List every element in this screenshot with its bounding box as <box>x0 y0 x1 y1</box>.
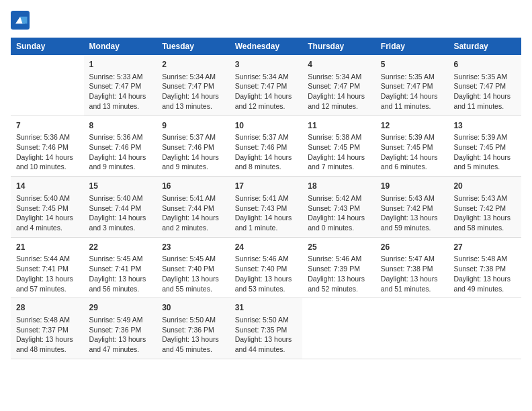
day-number: 7 <box>16 120 79 132</box>
day-number: 26 <box>381 242 443 253</box>
cell-content: Sunrise: 5:43 AM Sunset: 7:42 PM Dayligh… <box>381 193 443 233</box>
week-row-3: 14Sunrise: 5:40 AM Sunset: 7:45 PM Dayli… <box>11 177 521 238</box>
calendar-cell: 24Sunrise: 5:46 AM Sunset: 7:40 PM Dayli… <box>230 237 303 298</box>
header-sunday: Sunday <box>11 38 84 55</box>
day-number: 19 <box>381 181 443 192</box>
day-number: 28 <box>16 302 79 314</box>
cell-content: Sunrise: 5:35 AM Sunset: 7:47 PM Dayligh… <box>381 72 443 111</box>
calendar-cell: 2Sunrise: 5:34 AM Sunset: 7:47 PM Daylig… <box>157 55 230 116</box>
day-number: 5 <box>381 59 443 71</box>
page-header <box>11 11 521 30</box>
header-row: SundayMondayTuesdayWednesdayThursdayFrid… <box>11 38 521 55</box>
header-saturday: Saturday <box>448 38 521 55</box>
cell-content: Sunrise: 5:37 AM Sunset: 7:46 PM Dayligh… <box>162 132 224 172</box>
day-number: 15 <box>89 181 152 192</box>
day-number: 31 <box>235 302 298 314</box>
day-number: 20 <box>453 181 516 192</box>
calendar-cell <box>375 298 449 359</box>
header-tuesday: Tuesday <box>157 38 230 55</box>
calendar-cell: 30Sunrise: 5:50 AM Sunset: 7:36 PM Dayli… <box>157 298 230 359</box>
calendar-cell: 8Sunrise: 5:36 AM Sunset: 7:46 PM Daylig… <box>84 116 157 177</box>
week-row-4: 21Sunrise: 5:44 AM Sunset: 7:41 PM Dayli… <box>11 237 521 298</box>
day-number: 4 <box>308 59 370 71</box>
calendar-cell: 9Sunrise: 5:37 AM Sunset: 7:46 PM Daylig… <box>157 116 230 177</box>
calendar-cell: 19Sunrise: 5:43 AM Sunset: 7:42 PM Dayli… <box>375 177 449 238</box>
day-number: 22 <box>89 242 152 253</box>
calendar-cell: 21Sunrise: 5:44 AM Sunset: 7:41 PM Dayli… <box>11 237 84 298</box>
calendar-cell: 20Sunrise: 5:43 AM Sunset: 7:42 PM Dayli… <box>448 177 521 238</box>
week-row-2: 7Sunrise: 5:36 AM Sunset: 7:46 PM Daylig… <box>11 116 521 177</box>
cell-content: Sunrise: 5:45 AM Sunset: 7:40 PM Dayligh… <box>162 254 224 293</box>
day-number: 17 <box>235 181 298 192</box>
calendar-cell: 5Sunrise: 5:35 AM Sunset: 7:47 PM Daylig… <box>375 55 449 116</box>
cell-content: Sunrise: 5:44 AM Sunset: 7:41 PM Dayligh… <box>16 254 79 293</box>
calendar-cell <box>448 298 521 359</box>
day-number: 16 <box>162 181 224 192</box>
calendar-cell: 25Sunrise: 5:46 AM Sunset: 7:39 PM Dayli… <box>302 237 375 298</box>
week-row-5: 28Sunrise: 5:48 AM Sunset: 7:37 PM Dayli… <box>11 298 521 359</box>
day-number: 25 <box>308 242 370 253</box>
calendar-cell: 18Sunrise: 5:42 AM Sunset: 7:43 PM Dayli… <box>302 177 375 238</box>
day-number: 3 <box>235 59 298 71</box>
header-friday: Friday <box>375 38 449 55</box>
day-number: 23 <box>162 242 224 253</box>
cell-content: Sunrise: 5:50 AM Sunset: 7:36 PM Dayligh… <box>162 315 224 355</box>
day-number: 13 <box>453 120 516 132</box>
calendar-cell: 23Sunrise: 5:45 AM Sunset: 7:40 PM Dayli… <box>157 237 230 298</box>
cell-content: Sunrise: 5:38 AM Sunset: 7:45 PM Dayligh… <box>308 132 370 172</box>
calendar-cell: 11Sunrise: 5:38 AM Sunset: 7:45 PM Dayli… <box>302 116 375 177</box>
day-number: 27 <box>453 242 516 253</box>
cell-content: Sunrise: 5:41 AM Sunset: 7:44 PM Dayligh… <box>162 193 224 233</box>
day-number: 2 <box>162 59 224 71</box>
cell-content: Sunrise: 5:46 AM Sunset: 7:40 PM Dayligh… <box>235 254 298 293</box>
header-wednesday: Wednesday <box>230 38 303 55</box>
calendar-cell: 15Sunrise: 5:40 AM Sunset: 7:44 PM Dayli… <box>84 177 157 238</box>
logo <box>11 11 32 30</box>
cell-content: Sunrise: 5:34 AM Sunset: 7:47 PM Dayligh… <box>235 72 298 111</box>
cell-content: Sunrise: 5:48 AM Sunset: 7:38 PM Dayligh… <box>453 254 516 293</box>
logo-icon <box>11 11 30 30</box>
calendar-cell: 4Sunrise: 5:34 AM Sunset: 7:47 PM Daylig… <box>302 55 375 116</box>
cell-content: Sunrise: 5:43 AM Sunset: 7:42 PM Dayligh… <box>453 193 516 233</box>
calendar-cell: 14Sunrise: 5:40 AM Sunset: 7:45 PM Dayli… <box>11 177 84 238</box>
cell-content: Sunrise: 5:46 AM Sunset: 7:39 PM Dayligh… <box>308 254 370 293</box>
cell-content: Sunrise: 5:35 AM Sunset: 7:47 PM Dayligh… <box>453 72 516 111</box>
calendar-cell: 22Sunrise: 5:45 AM Sunset: 7:41 PM Dayli… <box>84 237 157 298</box>
calendar-body: 1Sunrise: 5:33 AM Sunset: 7:47 PM Daylig… <box>11 55 521 359</box>
cell-content: Sunrise: 5:50 AM Sunset: 7:35 PM Dayligh… <box>235 315 298 355</box>
day-number: 8 <box>89 120 152 132</box>
day-number: 14 <box>16 181 79 192</box>
day-number: 30 <box>162 302 224 314</box>
cell-content: Sunrise: 5:42 AM Sunset: 7:43 PM Dayligh… <box>308 193 370 233</box>
cell-content: Sunrise: 5:39 AM Sunset: 7:45 PM Dayligh… <box>381 132 443 172</box>
week-row-1: 1Sunrise: 5:33 AM Sunset: 7:47 PM Daylig… <box>11 55 521 116</box>
day-number: 21 <box>16 242 79 253</box>
calendar-cell: 6Sunrise: 5:35 AM Sunset: 7:47 PM Daylig… <box>448 55 521 116</box>
calendar-cell: 13Sunrise: 5:39 AM Sunset: 7:45 PM Dayli… <box>448 116 521 177</box>
header-monday: Monday <box>84 38 157 55</box>
cell-content: Sunrise: 5:36 AM Sunset: 7:46 PM Dayligh… <box>89 132 152 172</box>
calendar-cell <box>11 55 84 116</box>
calendar-cell: 29Sunrise: 5:49 AM Sunset: 7:36 PM Dayli… <box>84 298 157 359</box>
calendar-cell: 10Sunrise: 5:37 AM Sunset: 7:46 PM Dayli… <box>230 116 303 177</box>
calendar-cell: 27Sunrise: 5:48 AM Sunset: 7:38 PM Dayli… <box>448 237 521 298</box>
calendar-cell: 26Sunrise: 5:47 AM Sunset: 7:38 PM Dayli… <box>375 237 449 298</box>
cell-content: Sunrise: 5:48 AM Sunset: 7:37 PM Dayligh… <box>16 315 79 355</box>
calendar-cell <box>302 298 375 359</box>
day-number: 6 <box>453 59 516 71</box>
cell-content: Sunrise: 5:37 AM Sunset: 7:46 PM Dayligh… <box>235 132 298 172</box>
calendar-cell: 28Sunrise: 5:48 AM Sunset: 7:37 PM Dayli… <box>11 298 84 359</box>
cell-content: Sunrise: 5:34 AM Sunset: 7:47 PM Dayligh… <box>308 72 370 111</box>
cell-content: Sunrise: 5:41 AM Sunset: 7:43 PM Dayligh… <box>235 193 298 233</box>
cell-content: Sunrise: 5:33 AM Sunset: 7:47 PM Dayligh… <box>89 72 152 111</box>
cell-content: Sunrise: 5:36 AM Sunset: 7:46 PM Dayligh… <box>16 132 79 172</box>
day-number: 10 <box>235 120 298 132</box>
day-number: 12 <box>381 120 443 132</box>
cell-content: Sunrise: 5:34 AM Sunset: 7:47 PM Dayligh… <box>162 72 224 111</box>
cell-content: Sunrise: 5:47 AM Sunset: 7:38 PM Dayligh… <box>381 254 443 293</box>
calendar-cell: 31Sunrise: 5:50 AM Sunset: 7:35 PM Dayli… <box>230 298 303 359</box>
day-number: 9 <box>162 120 224 132</box>
cell-content: Sunrise: 5:40 AM Sunset: 7:44 PM Dayligh… <box>89 193 152 233</box>
day-number: 11 <box>308 120 370 132</box>
calendar-cell: 16Sunrise: 5:41 AM Sunset: 7:44 PM Dayli… <box>157 177 230 238</box>
